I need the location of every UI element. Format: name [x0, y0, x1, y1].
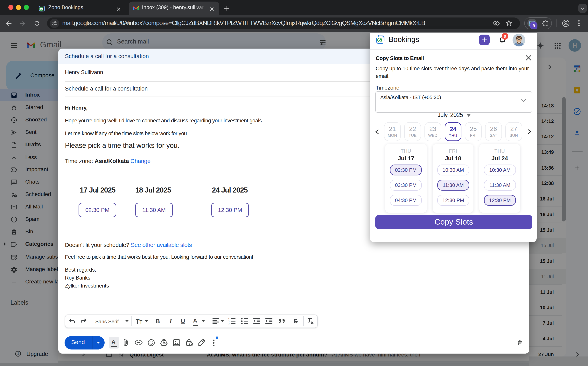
svg-text:3: 3 — [228, 322, 230, 324]
